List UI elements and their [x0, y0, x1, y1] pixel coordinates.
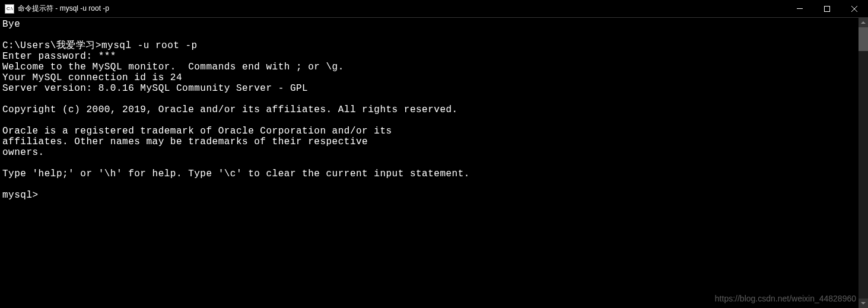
- maximize-icon: [824, 6, 830, 12]
- cmd-app-icon: C:\: [5, 4, 14, 14]
- window-title: 命令提示符 - mysql -u root -p: [18, 4, 109, 14]
- scrollbar-thumb[interactable]: [859, 27, 868, 51]
- svg-rect-0: [797, 8, 803, 9]
- terminal-output[interactable]: Bye C:\Users\我爱学习>mysql -u root -p Enter…: [0, 18, 859, 308]
- titlebar-left: C:\ 命令提示符 - mysql -u root -p: [5, 4, 109, 14]
- scrollbar-up-button[interactable]: [859, 18, 868, 27]
- terminal-wrapper: Bye C:\Users\我爱学习>mysql -u root -p Enter…: [0, 18, 868, 308]
- window-controls: [786, 0, 868, 17]
- minimize-icon: [797, 8, 803, 9]
- svg-marker-5: [861, 302, 866, 304]
- watermark-text: https://blog.csdn.net/weixin_44828960: [715, 294, 856, 303]
- chevron-down-icon: [861, 302, 866, 304]
- scrollbar-down-button[interactable]: [859, 299, 868, 308]
- vertical-scrollbar[interactable]: [859, 18, 868, 308]
- window-titlebar: C:\ 命令提示符 - mysql -u root -p: [0, 0, 868, 18]
- svg-rect-1: [825, 6, 830, 11]
- close-button[interactable]: [841, 0, 868, 17]
- close-icon: [851, 6, 857, 12]
- chevron-up-icon: [861, 21, 866, 24]
- maximize-button[interactable]: [813, 0, 841, 17]
- svg-marker-4: [861, 21, 866, 24]
- minimize-button[interactable]: [786, 0, 813, 17]
